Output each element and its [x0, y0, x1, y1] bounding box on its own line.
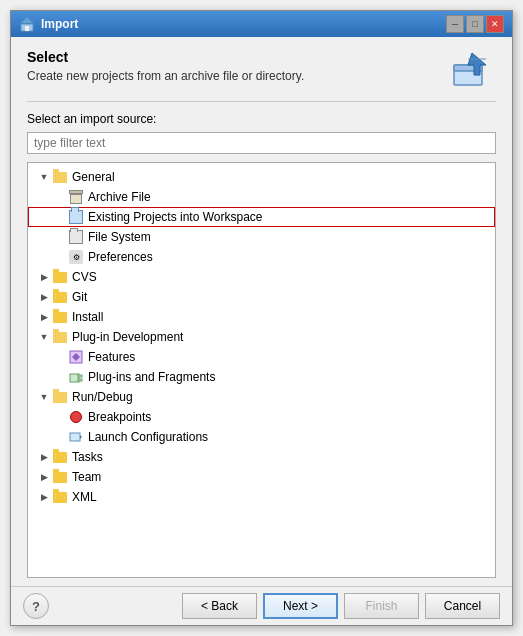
header-text: Select Create new projects from an archi… — [27, 49, 304, 83]
toggle-cvs[interactable]: ▶ — [36, 269, 52, 285]
next-button[interactable]: Next > — [263, 593, 338, 619]
tree-item-plugin-dev[interactable]: ▼ Plug-in Development — [28, 327, 495, 347]
archive-icon — [68, 189, 84, 205]
tree-item-label-plugin-dev: Plug-in Development — [72, 330, 183, 344]
source-label: Select an import source: — [27, 112, 496, 126]
tree-item-label-team: Team — [72, 470, 101, 484]
tree-item-launch-config[interactable]: Launch Configurations — [28, 427, 495, 447]
folder-install-icon — [52, 309, 68, 325]
tree-item-existing-projects[interactable]: Existing Projects into Workspace — [28, 207, 495, 227]
header-section: Select Create new projects from an archi… — [27, 49, 496, 89]
tree-item-label-archive: Archive File — [88, 190, 151, 204]
finish-button[interactable]: Finish — [344, 593, 419, 619]
tree-item-label-general: General — [72, 170, 115, 184]
title-bar-left: Import — [19, 16, 78, 32]
minimize-button[interactable]: ─ — [446, 15, 464, 33]
main-content: Select Create new projects from an archi… — [11, 37, 512, 586]
svg-rect-10 — [78, 375, 82, 377]
tree-item-label-git: Git — [72, 290, 87, 304]
toggle-git[interactable]: ▶ — [36, 289, 52, 305]
tree-item-archive-file[interactable]: Archive File — [28, 187, 495, 207]
tree-item-label-install: Install — [72, 310, 103, 324]
window-title: Import — [41, 17, 78, 31]
tree-container[interactable]: ▼ General Archive File — [27, 162, 496, 578]
tree-item-git[interactable]: ▶ Git — [28, 287, 495, 307]
tree-item-file-system[interactable]: File System — [28, 227, 495, 247]
back-button[interactable]: < Back — [182, 593, 257, 619]
tree-item-run-debug[interactable]: ▼ Run/Debug — [28, 387, 495, 407]
plugin-icon — [68, 369, 84, 385]
tree-item-label-launch-config: Launch Configurations — [88, 430, 208, 444]
header-icon-container — [448, 49, 496, 89]
folder-cvs-icon — [52, 269, 68, 285]
tree-item-label-features: Features — [88, 350, 135, 364]
breakpoint-icon — [68, 409, 84, 425]
svg-rect-11 — [78, 379, 82, 381]
tree-item-label-plugins-fragments: Plug-ins and Fragments — [88, 370, 215, 384]
svg-rect-12 — [70, 433, 80, 441]
folder-open-icon — [52, 169, 68, 185]
tree-item-breakpoints[interactable]: Breakpoints — [28, 407, 495, 427]
toggle-plugin-dev[interactable]: ▼ — [36, 329, 52, 345]
svg-marker-1 — [21, 17, 33, 23]
close-button[interactable]: ✕ — [486, 15, 504, 33]
prefs-icon: ⚙ — [68, 249, 84, 265]
tree-item-tasks[interactable]: ▶ Tasks — [28, 447, 495, 467]
tree-item-label-existing-projects: Existing Projects into Workspace — [88, 210, 263, 224]
folder-tasks-icon — [52, 449, 68, 465]
svg-marker-13 — [80, 435, 82, 439]
tree-item-general[interactable]: ▼ General — [28, 167, 495, 187]
cancel-button[interactable]: Cancel — [425, 593, 500, 619]
project-icon — [68, 209, 84, 225]
tree-item-install[interactable]: ▶ Install — [28, 307, 495, 327]
tree-item-xml[interactable]: ▶ XML — [28, 487, 495, 507]
toggle-run-debug[interactable]: ▼ — [36, 389, 52, 405]
import-icon — [452, 51, 492, 87]
tree-item-label-run-debug: Run/Debug — [72, 390, 133, 404]
title-bar: Import ─ □ ✕ — [11, 11, 512, 37]
help-button[interactable]: ? — [23, 593, 49, 619]
tree-item-features[interactable]: Features — [28, 347, 495, 367]
launch-icon — [68, 429, 84, 445]
toggle-xml[interactable]: ▶ — [36, 489, 52, 505]
folder-team-icon — [52, 469, 68, 485]
title-controls: ─ □ ✕ — [446, 15, 504, 33]
svg-rect-2 — [25, 26, 29, 31]
tree-item-cvs[interactable]: ▶ CVS — [28, 267, 495, 287]
tree-item-plugins-fragments[interactable]: Plug-ins and Fragments — [28, 367, 495, 387]
tree-item-label-xml: XML — [72, 490, 97, 504]
page-subtitle: Create new projects from an archive file… — [27, 69, 304, 83]
tree-item-preferences[interactable]: ⚙ Preferences — [28, 247, 495, 267]
filesystem-icon — [68, 229, 84, 245]
toggle-install[interactable]: ▶ — [36, 309, 52, 325]
window-icon — [19, 16, 35, 32]
folder-plugin-icon — [52, 329, 68, 345]
tree-item-label-preferences: Preferences — [88, 250, 153, 264]
folder-git-icon — [52, 289, 68, 305]
tree-item-label-filesystem: File System — [88, 230, 151, 244]
filter-input[interactable] — [27, 132, 496, 154]
import-dialog: Import ─ □ ✕ Select Create new projects … — [10, 10, 513, 626]
bottom-bar: ? < Back Next > Finish Cancel — [11, 586, 512, 625]
maximize-button[interactable]: □ — [466, 15, 484, 33]
toggle-general[interactable]: ▼ — [36, 169, 52, 185]
feature-icon — [68, 349, 84, 365]
tree-item-label-cvs: CVS — [72, 270, 97, 284]
folder-xml-icon — [52, 489, 68, 505]
folder-run-icon — [52, 389, 68, 405]
button-row: < Back Next > Finish Cancel — [182, 593, 500, 619]
header-divider — [27, 101, 496, 102]
page-title: Select — [27, 49, 304, 65]
tree-item-label-breakpoints: Breakpoints — [88, 410, 151, 424]
toggle-team[interactable]: ▶ — [36, 469, 52, 485]
toggle-tasks[interactable]: ▶ — [36, 449, 52, 465]
tree-item-label-tasks: Tasks — [72, 450, 103, 464]
tree-item-team[interactable]: ▶ Team — [28, 467, 495, 487]
